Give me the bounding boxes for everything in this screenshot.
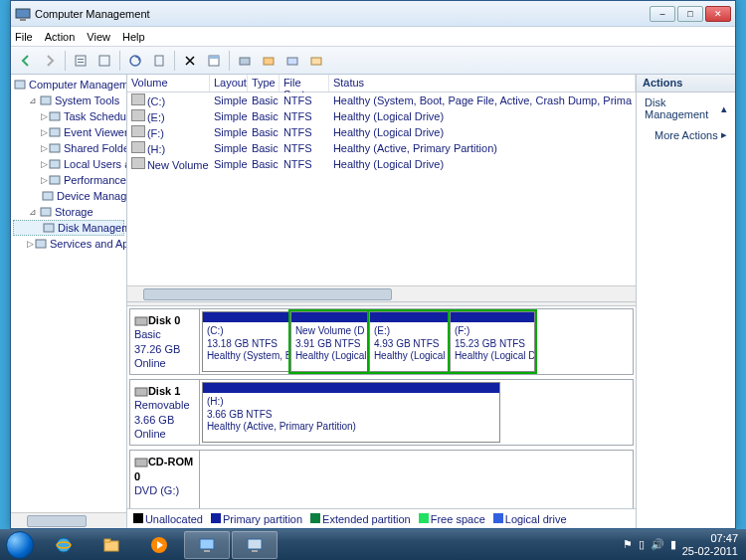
tray-volume-icon[interactable]: 🔊 [651, 538, 664, 551]
disk-volume[interactable]: (C:)13.18 GB NTFSHealthy (System, Bo [202, 311, 289, 372]
svg-rect-35 [248, 539, 262, 549]
svg-rect-19 [50, 160, 60, 168]
actions-pane: Actions Disk Management▴ More Actions▸ [637, 75, 735, 528]
toolbar-btn-1[interactable] [70, 50, 92, 72]
system-tray[interactable]: ⚑ ▯ 🔊 ▮ 07:4725-02-2011 [615, 532, 746, 556]
tree-item[interactable]: ▷Services and Applications [13, 236, 124, 252]
toolbar-btn-5[interactable] [234, 50, 256, 72]
forward-button[interactable] [39, 50, 61, 72]
svg-rect-31 [104, 539, 110, 542]
tree-item[interactable]: Computer Management (Local [13, 77, 124, 93]
menu-action[interactable]: Action [45, 31, 76, 43]
taskbar[interactable]: ⚑ ▯ 🔊 ▮ 07:4725-02-2011 [0, 529, 746, 560]
col-volume[interactable]: Volume [127, 75, 210, 92]
svg-rect-16 [50, 112, 60, 120]
window-title: Computer Management [35, 8, 650, 20]
disk-row[interactable]: Disk 1Removable3.66 GBOnline(H:)3.66 GB … [129, 379, 634, 446]
taskbar-item-2[interactable] [232, 531, 278, 559]
minimize-button[interactable]: – [650, 6, 675, 22]
disk-volume[interactable]: New Volume (D3.91 GB NTFSHealthy (Logica… [290, 311, 368, 372]
legend-item: Unallocated [133, 513, 203, 525]
menu-file[interactable]: File [15, 31, 33, 43]
actions-header: Actions [637, 75, 735, 93]
tray-clock[interactable]: 07:4725-02-2011 [682, 532, 738, 556]
titlebar[interactable]: Computer Management – □ ✕ [11, 1, 735, 27]
svg-rect-36 [252, 550, 258, 552]
tree-hscroll[interactable] [11, 512, 126, 528]
volume-list[interactable]: (C:)SimpleBasicNTFSHealthy (System, Boot… [127, 93, 636, 285]
tray-wifi-icon[interactable]: ▮ [670, 538, 676, 551]
svg-rect-14 [15, 81, 25, 89]
svg-rect-10 [240, 58, 250, 65]
svg-rect-17 [50, 128, 60, 136]
tree-item[interactable]: ▷Performance [13, 172, 124, 188]
tree-item[interactable]: ⊿System Tools [13, 93, 124, 108]
taskbar-item-1[interactable] [184, 531, 230, 559]
tree-item[interactable]: ⊿Storage [13, 204, 124, 220]
taskbar-wmp[interactable] [136, 531, 182, 559]
tray-flag-icon[interactable]: ⚑ [623, 538, 633, 551]
svg-rect-21 [43, 192, 53, 200]
toolbar-btn-3[interactable] [124, 50, 146, 72]
actions-disk-management[interactable]: Disk Management▴ [637, 93, 735, 124]
menu-view[interactable]: View [87, 31, 110, 43]
tray-network-icon[interactable]: ▯ [639, 538, 645, 551]
taskbar-explorer[interactable] [89, 531, 134, 559]
tree-item[interactable]: Device Manager [13, 188, 124, 204]
svg-rect-3 [78, 59, 84, 60]
volume-row[interactable]: (E:)SimpleBasicNTFSHealthy (Logical Driv… [127, 108, 636, 124]
volume-row[interactable]: (C:)SimpleBasicNTFSHealthy (System, Boot… [127, 93, 636, 108]
svg-rect-13 [311, 58, 321, 65]
properties-button[interactable] [203, 50, 225, 72]
svg-rect-18 [50, 144, 60, 152]
taskbar-ie[interactable] [41, 531, 87, 559]
col-status[interactable]: Status [329, 75, 636, 92]
svg-rect-34 [204, 550, 210, 552]
disk-graphical-pane[interactable]: Disk 0Basic37.26 GBOnline(C:)13.18 GB NT… [127, 306, 636, 508]
volume-list-header[interactable]: Volume Layout Type File System Status [127, 75, 636, 93]
actions-more-actions[interactable]: More Actions▸ [637, 124, 735, 145]
col-type[interactable]: Type [248, 75, 280, 92]
disk-volume[interactable]: (E:)4.93 GB NTFSHealthy (Logical D [369, 311, 449, 372]
legend-item: Primary partition [211, 513, 302, 525]
delete-button[interactable] [179, 50, 201, 72]
legend-item: Free space [419, 513, 485, 525]
volume-list-hscroll[interactable] [127, 285, 636, 301]
svg-rect-20 [50, 176, 60, 184]
tree-item[interactable]: ▷Local Users and Groups [13, 156, 124, 172]
toolbar-btn-4[interactable] [148, 50, 170, 72]
svg-rect-24 [36, 240, 46, 248]
tree-item[interactable]: ▷Shared Folders [13, 140, 124, 156]
volume-row[interactable]: (F:)SimpleBasicNTFSHealthy (Logical Driv… [127, 124, 636, 140]
svg-rect-27 [135, 459, 147, 467]
menu-help[interactable]: Help [122, 31, 145, 43]
chevron-right-icon: ▸ [721, 128, 727, 141]
tree-item[interactable]: Disk Management [13, 220, 124, 236]
disk-volume[interactable]: (F:)15.23 GB NTFSHealthy (Logical Driv [450, 311, 535, 372]
toolbar-btn-2[interactable] [93, 50, 115, 72]
col-layout[interactable]: Layout [210, 75, 248, 92]
disk-volume[interactable]: (H:)3.66 GB NTFSHealthy (Active, Primary… [202, 382, 500, 443]
toolbar-btn-8[interactable] [305, 50, 327, 72]
svg-rect-25 [135, 317, 147, 325]
tree-item[interactable]: ▷Task Scheduler [13, 108, 124, 124]
close-button[interactable]: ✕ [705, 6, 731, 22]
disk-row[interactable]: CD-ROM 0DVD (G:)No Media [129, 450, 634, 508]
start-button[interactable] [0, 529, 40, 560]
col-filesystem[interactable]: File System [280, 75, 329, 92]
volume-row[interactable]: (H:)SimpleBasicNTFSHealthy (Active, Prim… [127, 140, 636, 156]
svg-rect-26 [135, 388, 147, 396]
disk-row[interactable]: Disk 0Basic37.26 GBOnline(C:)13.18 GB NT… [129, 308, 634, 375]
tree-item[interactable]: ▷Event Viewer [13, 124, 124, 140]
main-pane: Volume Layout Type File System Status (C… [127, 75, 637, 528]
legend-item: Logical drive [493, 513, 567, 525]
toolbar-btn-6[interactable] [258, 50, 280, 72]
maximize-button[interactable]: □ [677, 6, 703, 22]
svg-rect-4 [78, 62, 84, 63]
navigation-tree[interactable]: Computer Management (Local⊿System Tools▷… [11, 75, 127, 528]
volume-row[interactable]: New Volume (D:)SimpleBasicNTFSHealthy (L… [127, 156, 636, 172]
back-button[interactable] [15, 50, 37, 72]
svg-rect-11 [264, 58, 274, 65]
toolbar-btn-7[interactable] [281, 50, 303, 72]
legend-item: Extended partition [310, 513, 411, 525]
